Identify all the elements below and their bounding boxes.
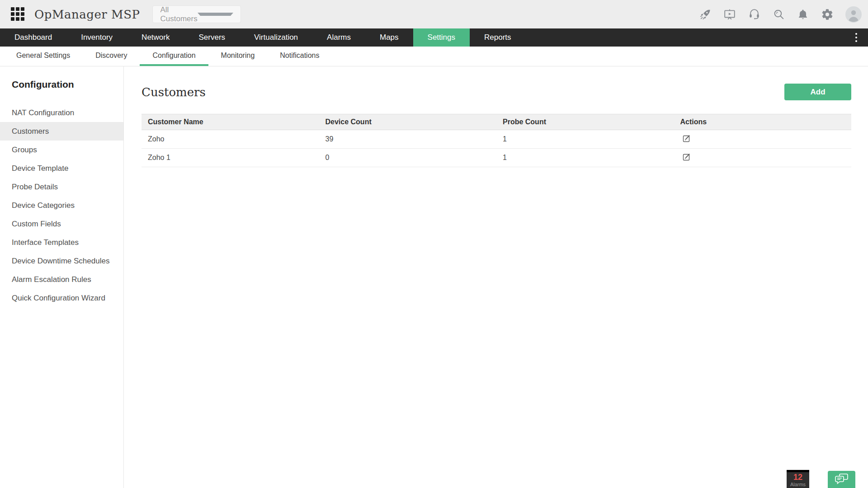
edit-customer-icon[interactable] (682, 134, 691, 143)
column-header-customer-name: Customer Name (142, 118, 319, 126)
cell-customer-name: Zoho 1 (142, 154, 319, 162)
sidebar-item-nat-configuration[interactable]: NAT Configuration (0, 103, 123, 122)
sidebar-item-interface-templates[interactable]: Interface Templates (0, 233, 123, 252)
customer-selector-value: All Customers (160, 5, 197, 23)
sidebar-item-custom-fields[interactable]: Custom Fields (0, 215, 123, 233)
nav-item-reports[interactable]: Reports (470, 28, 526, 47)
subnav-tab-monitoring[interactable]: Monitoring (208, 47, 268, 66)
app-title: OpManager MSP (34, 8, 140, 21)
nav-item-virtualization[interactable]: Virtualization (240, 28, 312, 47)
settings-gear-icon[interactable] (821, 8, 834, 21)
sidebar-item-probe-details[interactable]: Probe Details (0, 178, 123, 196)
user-avatar[interactable] (845, 6, 862, 23)
cell-probe-count: 1 (496, 154, 674, 162)
chat-bubbles-icon (835, 473, 849, 486)
add-customer-button[interactable]: Add (784, 84, 851, 100)
cell-probe-count: 1 (496, 135, 674, 143)
nav-item-alarms[interactable]: Alarms (312, 28, 365, 47)
getting-started-rocket-icon[interactable] (699, 8, 712, 21)
support-headset-icon[interactable] (748, 8, 760, 21)
nav-item-servers[interactable]: Servers (184, 28, 240, 47)
main-navigation: Dashboard Inventory Network Servers Virt… (0, 28, 868, 47)
sidebar-item-alarm-escalation-rules[interactable]: Alarm Escalation Rules (0, 270, 123, 289)
cell-customer-name: Zoho (142, 135, 319, 143)
table-header-row: Customer Name Device Count Probe Count A… (142, 114, 851, 130)
top-bar: OpManager MSP All Customers (0, 0, 868, 28)
configuration-sidebar: Configuration NAT Configuration Customer… (0, 66, 124, 488)
sidebar-item-quick-configuration-wizard[interactable]: Quick Configuration Wizard (0, 289, 123, 307)
subnav-tab-configuration[interactable]: Configuration (140, 47, 208, 66)
live-chat-button[interactable] (828, 471, 855, 488)
nav-overflow-menu-icon[interactable] (853, 28, 860, 47)
alarms-label: Alarms (787, 482, 809, 487)
sidebar-item-customers[interactable]: Customers (0, 122, 123, 141)
main-content: Customers Add Customer Name Device Count… (124, 66, 868, 488)
sidebar-item-device-downtime-schedules[interactable]: Device Downtime Schedules (0, 252, 123, 270)
search-icon[interactable] (772, 8, 785, 21)
customer-selector-dropdown[interactable]: All Customers (152, 5, 241, 23)
sidebar-item-device-categories[interactable]: Device Categories (0, 196, 123, 215)
subnav-tab-notifications[interactable]: Notifications (267, 47, 332, 66)
alarms-counter-badge[interactable]: 12 Alarms (787, 470, 809, 488)
customers-table: Customer Name Device Count Probe Count A… (142, 114, 851, 167)
nav-item-network[interactable]: Network (127, 28, 184, 47)
demo-presentation-icon[interactable] (723, 8, 736, 21)
table-row[interactable]: Zoho 39 1 (142, 130, 851, 149)
edit-customer-icon[interactable] (682, 152, 691, 161)
settings-subnav: General Settings Discovery Configuration… (0, 47, 868, 66)
sidebar-title: Configuration (0, 79, 123, 90)
nav-item-maps[interactable]: Maps (365, 28, 413, 47)
nav-item-settings[interactable]: Settings (413, 28, 470, 47)
topbar-icon-group (699, 6, 862, 23)
column-header-actions: Actions (674, 118, 852, 126)
column-header-device-count: Device Count (319, 118, 497, 126)
cell-device-count: 39 (319, 135, 497, 143)
nav-item-dashboard[interactable]: Dashboard (0, 28, 66, 47)
subnav-tab-general-settings[interactable]: General Settings (4, 47, 83, 66)
column-header-probe-count: Probe Count (496, 118, 674, 126)
chevron-down-icon (198, 13, 234, 16)
notifications-bell-icon[interactable] (797, 8, 809, 21)
alarms-count: 12 (787, 473, 809, 482)
nav-item-inventory[interactable]: Inventory (66, 28, 127, 47)
subnav-tab-discovery[interactable]: Discovery (83, 47, 140, 66)
apps-grid-icon[interactable] (11, 7, 25, 22)
sidebar-item-groups[interactable]: Groups (0, 141, 123, 159)
page-title: Customers (142, 85, 206, 99)
cell-device-count: 0 (319, 154, 497, 162)
table-row[interactable]: Zoho 1 0 1 (142, 149, 851, 167)
sidebar-item-device-template[interactable]: Device Template (0, 159, 123, 178)
